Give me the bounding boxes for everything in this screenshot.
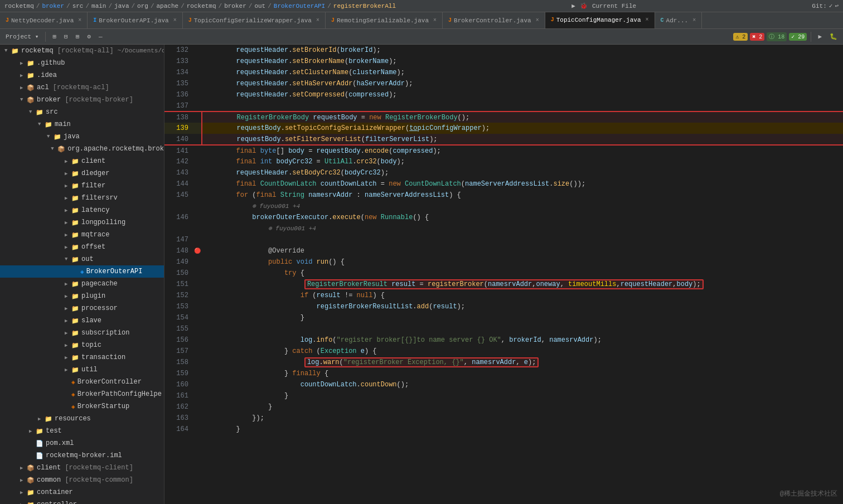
breadcrumb-apache[interactable]: apache — [157, 3, 179, 9]
folder-icon: 📁 — [71, 256, 79, 263]
sidebar-item-slave[interactable]: ▶ 📁 slave — [0, 314, 164, 327]
sidebar-item-client-module[interactable]: ▶ 📦 client [rocketmq-client] — [0, 462, 164, 474]
sidebar-item-acl[interactable]: ▶ 📦 acl [rocketmq-acl] — [0, 81, 164, 94]
close-tab-icon[interactable]: × — [646, 17, 649, 23]
sidebar-item-processor[interactable]: ▶ 📁 processor — [0, 302, 164, 314]
sidebar-item-longpolling[interactable]: ▶ 📁 longpolling — [0, 216, 164, 229]
interface-file-icon: ◈ — [80, 268, 84, 275]
close-tab-icon[interactable]: × — [536, 17, 539, 23]
expand-arrow-icon: ▶ — [20, 465, 27, 471]
sidebar-item-label: plugin — [81, 292, 105, 300]
sidebar-item-filter[interactable]: ▶ 📁 filter — [0, 180, 164, 192]
tab-topicconfigserializewrapper[interactable]: J TopicConfigSerializeWrapper.java × — [183, 12, 326, 29]
sidebar-item-client[interactable]: ▶ 📁 client — [0, 155, 164, 167]
error-badge[interactable]: ✖ 2 — [750, 33, 764, 41]
tab-topicconfigmanager[interactable]: J TopicConfigManager.java × — [545, 12, 655, 29]
debug-button[interactable]: 🐞 — [580, 2, 588, 9]
sidebar-item-container[interactable]: ▶ 📁 container — [0, 486, 164, 498]
folder-icon: 📁 — [27, 60, 35, 67]
sidebar-item-iml[interactable]: 📄 rocketmq-broker.iml — [0, 449, 164, 462]
breadcrumb-broker[interactable]: broker — [42, 3, 64, 9]
project-dropdown[interactable]: Project ▾ — [2, 32, 42, 41]
sidebar-item-github[interactable]: ▶ 📁 .github — [0, 57, 164, 69]
code-editor[interactable]: 132 requestHeader.setBrokerId(brokerId);… — [164, 45, 843, 504]
breadcrumb-brokerouterapi[interactable]: BrokerOuterAPI — [274, 3, 325, 9]
sidebar-item-broker[interactable]: ▼ 📦 broker [rocketmq-broker] — [0, 94, 164, 106]
close-tab-icon[interactable]: × — [433, 17, 437, 23]
sidebar-item-dledger[interactable]: ▶ 📁 dledger — [0, 167, 164, 180]
sidebar-item-filtersrv[interactable]: ▶ 📁 filtersrv — [0, 192, 164, 204]
breadcrumb-java[interactable]: java — [114, 3, 129, 9]
run-config-btn[interactable]: ▶ — [815, 32, 825, 41]
breadcrumb-org[interactable]: org — [137, 3, 148, 9]
sidebar-item-plugin[interactable]: ▶ 📁 plugin — [0, 290, 164, 302]
git-commit[interactable]: ✓ — [829, 2, 833, 9]
settings-btn[interactable]: ⚙ — [84, 32, 94, 41]
sidebar-item-java[interactable]: ▼ 📁 java — [0, 130, 164, 143]
warning-badge[interactable]: ⚠ 2 — [733, 33, 748, 41]
tab-brokerouterapi[interactable]: I BrokerOuterAPI.java × — [88, 12, 182, 29]
sidebar-item-latency[interactable]: ▶ 📁 latency — [0, 204, 164, 216]
breadcrumb-rocketmq[interactable]: rocketmq — [4, 3, 34, 9]
code-line-161: 161 } — [164, 390, 843, 401]
sidebar-item-subscription[interactable]: ▶ 📁 subscription — [0, 327, 164, 339]
close-tab-icon[interactable]: × — [316, 17, 319, 23]
sidebar-item-label: subscription — [81, 329, 129, 337]
sidebar-item-transaction[interactable]: ▶ 📁 transaction — [0, 351, 164, 364]
sidebar-item-label: pom.xml — [46, 439, 74, 447]
sidebar-item-label: container — [37, 488, 73, 496]
breadcrumb-broker2[interactable]: broker — [224, 3, 246, 9]
sidebar-item-controller[interactable]: ▶ 📁 controller — [0, 498, 164, 504]
tab-remotingserializable[interactable]: J RemotingSerializable.java × — [326, 12, 443, 29]
sidebar-item-resources[interactable]: ▶ 📁 resources — [0, 413, 164, 425]
sidebar-item-pagecache[interactable]: ▶ 📁 pagecache — [0, 278, 164, 290]
sidebar-item-pom[interactable]: 📄 pom.xml — [0, 437, 164, 449]
ok-badge[interactable]: ✓ 29 — [789, 33, 807, 41]
expand-arrow-icon: ▶ — [65, 183, 71, 189]
sidebar-item-root[interactable]: ▼ 📁 rocketmq [rocketmq-all] ~/Documents/… — [0, 45, 164, 57]
sidebar-item-out[interactable]: ▼ 📁 out — [0, 253, 164, 265]
breadcrumb-rocketmq2[interactable]: rocketmq — [187, 3, 216, 9]
code-line-146: 146 brokerOuterExecutor.execute(new Runn… — [164, 212, 843, 223]
run-button[interactable]: ▶ — [571, 2, 575, 9]
minimize-btn[interactable]: — — [95, 32, 106, 41]
close-tab-icon[interactable]: × — [173, 17, 177, 23]
collapse-btn[interactable]: ⊟ — [61, 32, 71, 41]
sidebar-item-util[interactable]: ▶ 📁 util — [0, 364, 164, 376]
debug-breakpoint-icon[interactable]: 🔴 — [194, 248, 201, 254]
sidebar-item-src[interactable]: ▼ 📁 src — [0, 106, 164, 118]
code-line-148: 148 🔴 @Override — [164, 245, 843, 256]
sidebar-item-idea[interactable]: ▶ 📁 .idea — [0, 69, 164, 81]
sidebar-item-org-apache[interactable]: ▼ 📦 org.apache.rocketmq.brok — [0, 143, 164, 155]
undo-button[interactable]: ↩ — [835, 2, 839, 9]
sidebar-item-brokerstartup[interactable]: ◈ BrokerStartup — [0, 400, 164, 413]
tab-brokercontroller[interactable]: J BrokerController.java × — [443, 12, 545, 29]
tab-adr[interactable]: C Adr... × — [655, 12, 702, 29]
code-line-149: 149 public void run() { — [164, 256, 843, 268]
close-tab-icon[interactable]: × — [78, 17, 81, 23]
debug-config-btn[interactable]: 🐛 — [826, 32, 841, 41]
tab-nettydecoder[interactable]: J NettyDecoder.java × — [0, 12, 88, 29]
sidebar-item-topic[interactable]: ▶ 📁 topic — [0, 339, 164, 351]
sidebar-item-brokerpathconfighelper[interactable]: ◈ BrokerPathConfigHelpe — [0, 388, 164, 400]
structure-btn[interactable]: ⊞ — [49, 32, 60, 41]
sidebar-item-brokercontroller[interactable]: ◈ BrokerController — [0, 376, 164, 388]
sidebar-item-label: org.apache.rocketmq.brok — [67, 145, 164, 153]
expand-btn[interactable]: ⊞ — [72, 32, 83, 41]
breadcrumb-out[interactable]: out — [254, 3, 265, 9]
module-icon: 📦 — [27, 477, 35, 484]
info-badge[interactable]: ⓘ 18 — [767, 32, 787, 41]
breadcrumb-src[interactable]: src — [72, 3, 84, 9]
sidebar-item-test[interactable]: ▶ 📁 test — [0, 425, 164, 437]
sidebar-item-common-module[interactable]: ▶ 📦 common [rocketmq-common] — [0, 474, 164, 486]
sidebar-item-label: filtersrv — [81, 194, 118, 202]
xml-file-icon: 📄 — [36, 440, 43, 447]
sidebar-item-offset[interactable]: ▶ 📁 offset — [0, 241, 164, 253]
code-line-152: 152 if (result != null) { — [164, 290, 843, 301]
breadcrumb-main[interactable]: main — [91, 3, 106, 9]
close-tab-icon[interactable]: × — [692, 17, 696, 23]
sidebar-item-mqtrace[interactable]: ▶ 📁 mqtrace — [0, 229, 164, 241]
sidebar-item-brokerouterapi[interactable]: ◈ BrokerOuterAPI — [0, 265, 164, 278]
sidebar-item-main[interactable]: ▼ 📁 main — [0, 118, 164, 130]
breadcrumb-registerbrokerall[interactable]: registerBrokerAll — [333, 3, 396, 9]
